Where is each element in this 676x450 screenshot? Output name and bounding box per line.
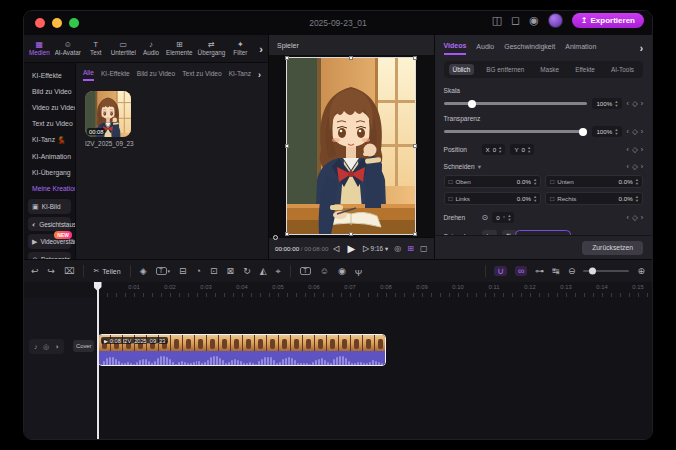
feedback-bubble-icon[interactable]: ◻ [511,15,520,26]
stepper[interactable]: ▴▾ [636,195,638,202]
nav-tab-audio[interactable]: ♪Audio [139,39,163,58]
sidebar-item-ki-uebergang[interactable]: KI-Übergang [24,164,75,180]
rotate-value[interactable]: 0°▴▾ [492,212,514,223]
zoom-out-icon[interactable]: ⊖ [568,267,576,276]
selection-handle[interactable] [285,56,289,60]
keyframe-next-icon[interactable]: › [641,146,643,153]
keyframe-next-icon[interactable]: › [641,128,643,135]
selection-handle[interactable] [413,56,417,60]
stepper-down-icon[interactable]: ▾ [636,199,638,202]
media-tab-alle[interactable]: Alle [83,69,94,81]
cover-button[interactable]: Cover [73,340,94,352]
properties-subtab-ai-tools[interactable]: AI-Tools [607,64,638,75]
keyframe-prev-icon[interactable]: ‹ [627,100,629,107]
selection-handle[interactable] [413,144,417,148]
close-window-button[interactable] [35,18,45,28]
player-canvas[interactable] [269,55,434,237]
properties-tab-geschwindigkeit[interactable]: Geschwindigkeit [504,43,555,54]
speed-icon[interactable]: ◔ [196,267,201,276]
media-tab-text-zu-video[interactable]: Text zu Video [182,70,221,80]
auto-ripple-icon[interactable]: ∞ [515,266,527,276]
snap-icon[interactable]: ∪ [494,266,507,276]
keyframe-add-icon[interactable]: ◇ [632,213,638,222]
position-y-field[interactable]: Y0▴▾ [510,144,534,155]
properties-tab-videos[interactable]: Videos [444,42,467,55]
nav-tab-medien[interactable]: ▦Medien [27,39,52,58]
fit-timeline-icon[interactable]: ↹ [552,267,560,276]
properties-subtab-bg-entfernen[interactable]: BG entfernen [482,64,528,75]
user-avatar[interactable] [548,13,563,28]
transparency-value[interactable]: 100%▴▾ [592,126,621,137]
properties-tab-animation[interactable]: Animation [565,43,596,54]
crop-field-oben[interactable]: □Oben0.0%▴▾ [444,175,542,188]
layout-panels-icon[interactable]: ◫ [492,15,502,26]
mirror-icon[interactable]: ◭ [260,267,267,276]
nav-tab-uebergang[interactable]: ⇄Übergang [196,39,228,58]
stepper[interactable]: ▴▾ [636,178,638,185]
undo-icon[interactable]: ↩ [31,267,39,276]
crop-field-rechts[interactable]: □Rechts0.0%▴▾ [545,192,643,205]
panel-scroll-pill[interactable] [515,230,571,235]
timeline-zoom-slider[interactable] [583,270,629,273]
properties-subtab-ueblich[interactable]: Üblich [449,64,475,75]
play-icon[interactable]: ▶ [347,243,355,254]
selection-handle[interactable] [349,56,353,60]
keyframe-add-icon[interactable]: ◇ [632,162,638,171]
flip-horizontal-icon[interactable]: ⇆ [482,230,497,235]
sidebar-tool-ki-bild[interactable]: ▣KI-Bild [28,199,71,214]
scale-value[interactable]: 100%▴▾ [592,98,621,109]
stepper-down-icon[interactable]: ▾ [499,150,501,153]
stepper-down-icon[interactable]: ▾ [534,182,536,185]
record-screen-icon[interactable]: ◉ [529,15,539,26]
text-tool-icon[interactable]: T [300,267,311,276]
keyframe-add-icon[interactable]: ◇ [632,127,638,136]
rotate-knob-icon[interactable]: ⊙ [482,213,489,222]
properties-subtab-maske[interactable]: Maske [536,64,563,75]
snapshot-icon[interactable]: ◎ [394,244,401,253]
sidebar-tool-datensatz[interactable]: ⊙Datensatz [28,252,71,259]
sidebar-item-ki-animation[interactable]: KI-Animation [24,148,75,164]
video-preview[interactable] [287,58,415,234]
sidebar-item-bild-zu-video[interactable]: Bild zu Video [24,83,75,99]
zoom-in-icon[interactable]: ⊕ [637,267,645,276]
sidebar-item-text-zu-video[interactable]: Text zu Video [24,115,75,131]
nav-tab-elemente[interactable]: ⊞Elemente [164,39,195,58]
stepper-down-icon[interactable]: ▾ [534,199,536,202]
seek-position-dot[interactable] [273,235,278,240]
zoom-window-button[interactable] [69,18,79,28]
nav-tab-ai-avatar[interactable]: ☺AI-Avatar [53,39,83,58]
selection-handle[interactable] [349,232,353,236]
properties-tab-audio[interactable]: Audio [476,43,494,54]
properties-more-chevron-icon[interactable]: › [640,43,643,54]
crop-label[interactable]: Schneiden [444,163,475,170]
media-tab-bild-zu-video[interactable]: Bild zu Video [137,70,175,80]
hide-track-icon[interactable]: ◎ [43,343,49,351]
aspect-ratio-dropdown[interactable]: 9:16▾ [371,245,389,253]
quick-text-icon[interactable]: T▾ [156,267,171,276]
keyframe-add-icon[interactable]: ◇ [632,99,638,108]
crop-field-unten[interactable]: □Unten0.0%▴▾ [545,175,643,188]
video-clip[interactable]: ▶ 0:08 I2V_2025_09_23 [98,334,386,366]
media-thumbnail[interactable]: 00:08 [85,91,131,137]
playhead-line[interactable] [97,282,99,440]
scale-slider[interactable] [444,102,588,105]
nav-tab-text[interactable]: TText [84,39,108,58]
stepper[interactable]: ▴▾ [534,195,536,202]
sidebar-item-meine-kreation[interactable]: Meine Kreation... [24,180,75,196]
voiceover-icon[interactable]: Ψ [355,268,363,278]
next-frame-icon[interactable]: ▷ [363,244,369,253]
lock-track-icon[interactable]: ◑ [55,343,59,351]
prev-frame-icon[interactable]: ◁ [333,244,339,253]
sidebar-item-ki-tanz[interactable]: KI-Tanz 💃 [24,131,75,148]
marker-icon[interactable]: ◈ [140,267,147,276]
stepper-down-icon[interactable]: ▾ [508,218,510,221]
stepper[interactable]: ▴▾ [534,178,536,185]
selection-handle[interactable] [285,144,289,148]
avatar-tool-icon[interactable]: ☺ [320,267,329,276]
nav-tab-untertitel[interactable]: ▭Untertitel [109,39,138,58]
stepper-down-icon[interactable]: ▾ [636,182,638,185]
split-button[interactable]: ✂ Teilen [93,267,120,275]
keyframe-prev-icon[interactable]: ‹ [627,128,629,135]
selection-handle[interactable] [285,232,289,236]
stepper-down-icon[interactable]: ▾ [615,132,617,135]
